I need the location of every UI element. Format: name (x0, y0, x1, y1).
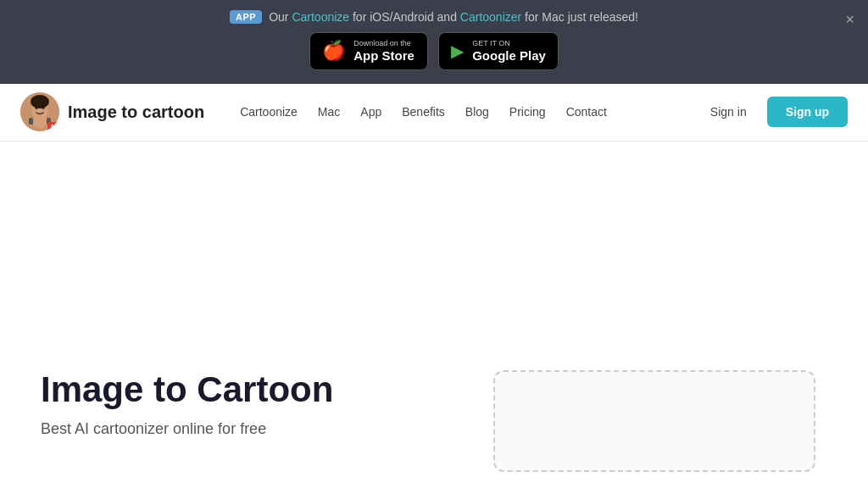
nav-link-pricing[interactable]: Pricing (501, 100, 554, 124)
svg-rect-6 (29, 118, 33, 125)
nav-link-mac[interactable]: Mac (309, 100, 348, 124)
logo-avatar: AI (20, 92, 59, 131)
store-buttons-row: 🍎 Download on the App Store ▶ GET IT ON … (309, 32, 559, 70)
appstore-text: Download on the App Store (353, 39, 415, 64)
svg-point-2 (33, 114, 47, 128)
upload-drop-zone[interactable] (493, 370, 815, 472)
main-content: Image to Cartoon Best AI cartoonizer onl… (0, 141, 868, 472)
nav-link-cartoonize[interactable]: Cartoonize (231, 100, 306, 124)
banner-close-button[interactable]: × (845, 12, 854, 27)
googleplay-button[interactable]: ▶ GET IT ON Google Play (438, 32, 559, 70)
nav-link-contact[interactable]: Contact (558, 100, 615, 124)
sign-up-button[interactable]: Sign up (767, 97, 848, 127)
ai-badge: AI (47, 122, 59, 131)
nav-links: Cartoonize Mac App Benefits Blog Pricing… (231, 100, 700, 124)
googleplay-main-label: Google Play (472, 48, 546, 64)
googleplay-text: GET IT ON Google Play (472, 39, 546, 64)
appstore-main-label: App Store (353, 48, 415, 64)
nav-link-app[interactable]: App (352, 100, 390, 124)
banner-text: Our Cartoonize for iOS/Android and Carto… (269, 10, 638, 24)
logo-title: Image to cartoon (68, 103, 204, 122)
app-label-badge: APP (230, 10, 262, 24)
hero-left: Image to Cartoon Best AI cartoonizer onl… (0, 141, 441, 472)
nav-link-benefits[interactable]: Benefits (393, 100, 453, 124)
apple-icon: 🍎 (322, 42, 345, 60)
play-icon: ▶ (451, 42, 464, 59)
appstore-top-label: Download on the (353, 39, 415, 48)
top-banner: APP Our Cartoonize for iOS/Android and C… (0, 0, 868, 84)
banner-message-row: APP Our Cartoonize for iOS/Android and C… (230, 10, 638, 24)
banner-text-before: Our (269, 10, 292, 24)
cartoonizer-link[interactable]: Cartoonizer (460, 10, 521, 24)
sign-in-button[interactable]: Sign in (700, 100, 757, 124)
banner-text-middle: for iOS/Android and (349, 10, 460, 24)
hero-title: Image to Cartoon (41, 369, 400, 410)
hero-right (441, 141, 868, 472)
nav-link-blog[interactable]: Blog (457, 100, 498, 124)
googleplay-top-label: GET IT ON (472, 39, 546, 48)
banner-text-after: for Mac just released! (521, 10, 638, 24)
cartoonize-link[interactable]: Cartoonize (292, 10, 349, 24)
hero-subtitle: Best AI cartoonizer online for free (41, 420, 400, 438)
nav-actions: Sign in Sign up (700, 97, 848, 127)
appstore-button[interactable]: 🍎 Download on the App Store (309, 32, 428, 70)
svg-point-5 (31, 95, 49, 108)
navbar: AI Image to cartoon Cartoonize Mac App B… (0, 84, 868, 141)
logo-link[interactable]: AI Image to cartoon (20, 92, 204, 131)
